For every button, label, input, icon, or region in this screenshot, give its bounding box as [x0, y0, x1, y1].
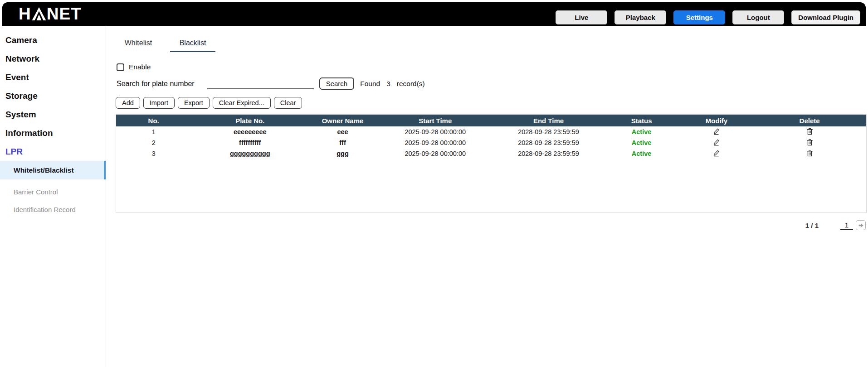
delete-trash-icon[interactable]	[805, 138, 814, 146]
cell-plate: ffffffffff	[191, 137, 309, 148]
sidebar-item-network[interactable]: Network	[0, 49, 106, 68]
cell-delete	[753, 126, 866, 137]
page-indicator: 1 / 1	[805, 222, 819, 229]
col-header-owner: Owner Name	[309, 115, 376, 126]
col-header-end-time: End Time	[494, 115, 603, 126]
logo-a-triangle-icon	[31, 7, 47, 21]
clear-button[interactable]: Clear	[274, 97, 302, 109]
delete-trash-icon[interactable]	[805, 127, 814, 135]
enable-row: Enable	[117, 63, 867, 71]
cell-modify	[680, 137, 753, 148]
blacklist-table-container: No. Plate No. Owner Name Start Time End …	[116, 114, 867, 213]
topbar-inner: H NET Live Playback Settings Logout Down…	[2, 2, 866, 26]
sidebar-item-information[interactable]: Information	[0, 124, 106, 142]
cell-owner: ggg	[309, 148, 376, 159]
col-header-delete: Delete	[753, 115, 866, 126]
logo-text-part2: NET	[47, 7, 82, 21]
search-label: Search for plate number	[117, 80, 195, 88]
table-row: 2 ffffffffff fff 2025-09-28 00:00:00 202…	[116, 137, 866, 148]
found-prefix: Found	[360, 80, 380, 88]
logout-button[interactable]: Logout	[732, 10, 784, 24]
sidebar-item-camera[interactable]: Camera	[0, 31, 106, 49]
pagination: 1 / 1	[116, 220, 867, 230]
cell-modify	[680, 148, 753, 159]
topbar-buttons: Live Playback Settings Logout Download P…	[556, 10, 860, 24]
cell-modify	[680, 126, 753, 137]
cell-no: 1	[116, 126, 191, 137]
sidebar-item-event[interactable]: Event	[0, 68, 106, 87]
actions-row: Add Import Export Clear Expired... Clear	[116, 97, 867, 109]
edit-pencil-icon[interactable]	[712, 149, 721, 157]
found-suffix: record(s)	[397, 80, 425, 88]
cell-start-time: 2025-09-28 00:00:00	[376, 137, 494, 148]
cell-end-time: 2028-09-28 23:59:59	[494, 126, 603, 137]
cell-delete	[753, 148, 866, 159]
right-arrow-icon	[858, 222, 864, 228]
edit-pencil-icon[interactable]	[712, 127, 721, 135]
hanet-logo: H NET	[19, 7, 82, 21]
cell-owner: eee	[309, 126, 376, 137]
blacklist-table: No. Plate No. Owner Name Start Time End …	[116, 115, 866, 159]
table-row: 3 gggggggggg ggg 2025-09-28 00:00:00 202…	[116, 148, 866, 159]
add-button[interactable]: Add	[116, 97, 140, 109]
sidebar-item-storage[interactable]: Storage	[0, 87, 106, 105]
status-badge: Active	[603, 137, 680, 148]
sidebar-item-system[interactable]: System	[0, 105, 106, 124]
sidebar-spacer	[0, 179, 106, 183]
sidebar: Camera Network Event Storage System Info…	[0, 26, 106, 367]
found-count: 3	[386, 80, 390, 88]
download-plugin-button[interactable]: Download Plugin	[791, 10, 860, 24]
found-records-text: Found 3 record(s)	[360, 80, 425, 88]
cell-start-time: 2025-09-28 00:00:00	[376, 148, 494, 159]
plate-search-input[interactable]	[207, 79, 314, 89]
col-header-status: Status	[603, 115, 680, 126]
table-row: 1 eeeeeeeee eee 2025-09-28 00:00:00 2028…	[116, 126, 866, 137]
sidebar-item-lpr[interactable]: LPR	[0, 142, 106, 161]
import-button[interactable]: Import	[143, 97, 175, 109]
next-page-button[interactable]	[856, 220, 866, 230]
status-badge: Active	[603, 148, 680, 159]
playback-button[interactable]: Playback	[614, 10, 666, 24]
page-body: Camera Network Event Storage System Info…	[0, 26, 868, 367]
table-header-row: No. Plate No. Owner Name Start Time End …	[116, 115, 866, 126]
sidebar-subitem-identification-record[interactable]: Identification Record	[0, 201, 106, 218]
clear-expired-button[interactable]: Clear Expired...	[213, 97, 271, 109]
edit-pencil-icon[interactable]	[712, 138, 721, 146]
page-number-input[interactable]	[840, 221, 853, 230]
col-header-plate: Plate No.	[191, 115, 309, 126]
tab-bar: Whitelist Blacklist	[116, 35, 867, 52]
export-button[interactable]: Export	[178, 97, 210, 109]
sidebar-subitem-whitelist-blacklist[interactable]: Whitelist/Blacklist	[0, 161, 106, 179]
enable-label: Enable	[129, 63, 151, 71]
logo-text-part1: H	[19, 7, 31, 21]
col-header-modify: Modify	[680, 115, 753, 126]
cell-end-time: 2028-09-28 23:59:59	[494, 137, 603, 148]
status-badge: Active	[603, 126, 680, 137]
cell-plate: gggggggggg	[191, 148, 309, 159]
search-button[interactable]: Search	[319, 77, 355, 90]
topbar: H NET Live Playback Settings Logout Down…	[0, 0, 868, 26]
cell-start-time: 2025-09-28 00:00:00	[376, 126, 494, 137]
sidebar-subitem-barrier-control[interactable]: Barrier Control	[0, 183, 106, 201]
cell-plate: eeeeeeeee	[191, 126, 309, 137]
tab-whitelist[interactable]: Whitelist	[116, 35, 161, 52]
settings-button[interactable]: Settings	[673, 10, 725, 24]
cell-no: 2	[116, 137, 191, 148]
delete-trash-icon[interactable]	[805, 149, 814, 157]
live-button[interactable]: Live	[556, 10, 607, 24]
col-header-start-time: Start Time	[376, 115, 494, 126]
enable-checkbox[interactable]	[117, 63, 124, 71]
main-content: Whitelist Blacklist Enable Search for pl…	[106, 26, 868, 367]
col-header-no: No.	[116, 115, 191, 126]
search-row: Search for plate number Search Found 3 r…	[117, 77, 867, 90]
cell-owner: fff	[309, 137, 376, 148]
cell-end-time: 2028-09-28 23:59:59	[494, 148, 603, 159]
cell-no: 3	[116, 148, 191, 159]
tab-blacklist[interactable]: Blacklist	[170, 35, 215, 52]
cell-delete	[753, 137, 866, 148]
